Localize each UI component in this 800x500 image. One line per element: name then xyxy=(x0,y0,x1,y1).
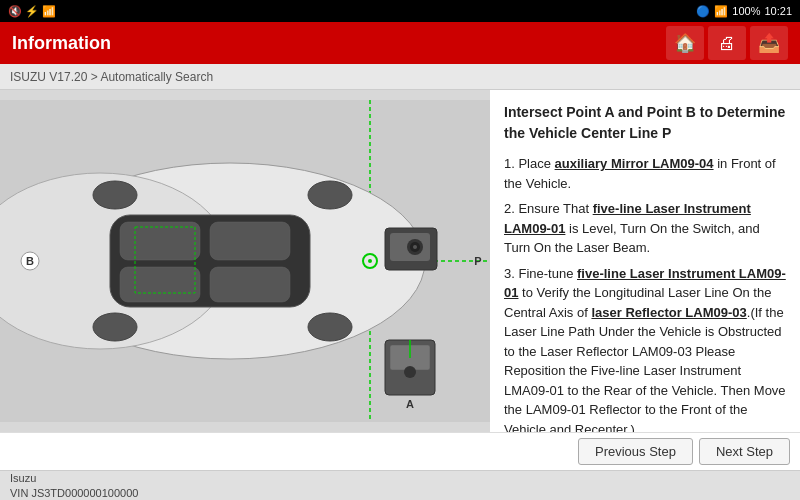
instructions-panel: Intersect Point A and Point B to Determi… xyxy=(490,90,800,432)
svg-text:A: A xyxy=(406,398,414,410)
export-button[interactable]: 📤 xyxy=(750,26,788,60)
svg-rect-7 xyxy=(210,222,290,260)
svg-rect-9 xyxy=(210,267,290,302)
header-actions: 🏠 🖨 📤 xyxy=(666,26,788,60)
page-title: Information xyxy=(12,33,111,54)
status-left-icons: 🔇 ⚡ 📶 xyxy=(8,5,56,18)
vehicle-info: Isuzu VIN JS3TD000000100000 xyxy=(10,471,138,500)
svg-point-10 xyxy=(93,181,137,209)
svg-point-11 xyxy=(93,313,137,341)
vehicle-brand: Isuzu xyxy=(10,471,138,485)
car-diagram: B P A xyxy=(0,90,490,432)
breadcrumb: ISUZU V17.20 > Automatically Search xyxy=(0,64,800,90)
print-icon: 🖨 xyxy=(718,33,736,54)
step-2: 2. Ensure That five-line Laser Instrumen… xyxy=(504,199,786,258)
svg-text:B: B xyxy=(26,255,34,267)
step-3: 3. Fine-tune five-line Laser Instrument … xyxy=(504,264,786,433)
export-icon: 📤 xyxy=(758,32,780,54)
svg-point-22 xyxy=(404,366,416,378)
print-button[interactable]: 🖨 xyxy=(708,26,746,60)
svg-rect-6 xyxy=(120,222,200,260)
vehicle-vin: VIN JS3TD000000100000 xyxy=(10,486,138,500)
clock: 10:21 xyxy=(764,5,792,17)
previous-step-button[interactable]: Previous Step xyxy=(578,438,693,465)
notification-icons: 🔇 ⚡ 📶 xyxy=(8,5,56,18)
step3-bold2: laser Reflector LAM09-03 xyxy=(591,305,746,320)
svg-point-19 xyxy=(368,259,372,263)
status-bar: 🔇 ⚡ 📶 🔵 📶 100% 10:21 xyxy=(0,0,800,22)
step1-bold: auxiliary Mirror LAM09-04 xyxy=(555,156,714,171)
step-1: 1. Place auxiliary Mirror LAM09-04 in Fr… xyxy=(504,154,786,193)
app-header: Information 🏠 🖨 📤 xyxy=(0,22,800,64)
buttons-row: Previous Step Next Step xyxy=(0,432,800,470)
svg-point-13 xyxy=(308,313,352,341)
bluetooth-icon: 🔵 xyxy=(696,5,710,18)
svg-rect-8 xyxy=(120,267,200,302)
main-content: B P A Intersect Point A and Point B to D… xyxy=(0,90,800,432)
svg-text:P: P xyxy=(474,255,481,267)
wifi-icon: 📶 xyxy=(714,5,728,18)
diagram-panel: B P A xyxy=(0,90,490,432)
step3-bold1: five-line Laser Instrument LAM09-01 xyxy=(504,266,786,301)
status-right-info: 🔵 📶 100% 10:21 xyxy=(696,5,792,18)
footer: Isuzu VIN JS3TD000000100000 xyxy=(0,470,800,500)
step2-bold: five-line Laser Instrument LAM09-01 xyxy=(504,201,751,236)
svg-point-29 xyxy=(413,245,417,249)
next-step-button[interactable]: Next Step xyxy=(699,438,790,465)
home-button[interactable]: 🏠 xyxy=(666,26,704,60)
svg-point-12 xyxy=(308,181,352,209)
instructions-heading: Intersect Point A and Point B to Determi… xyxy=(504,102,786,144)
home-icon: 🏠 xyxy=(674,32,696,54)
battery-level: 100% xyxy=(732,5,760,17)
breadcrumb-text: ISUZU V17.20 > Automatically Search xyxy=(10,70,213,84)
